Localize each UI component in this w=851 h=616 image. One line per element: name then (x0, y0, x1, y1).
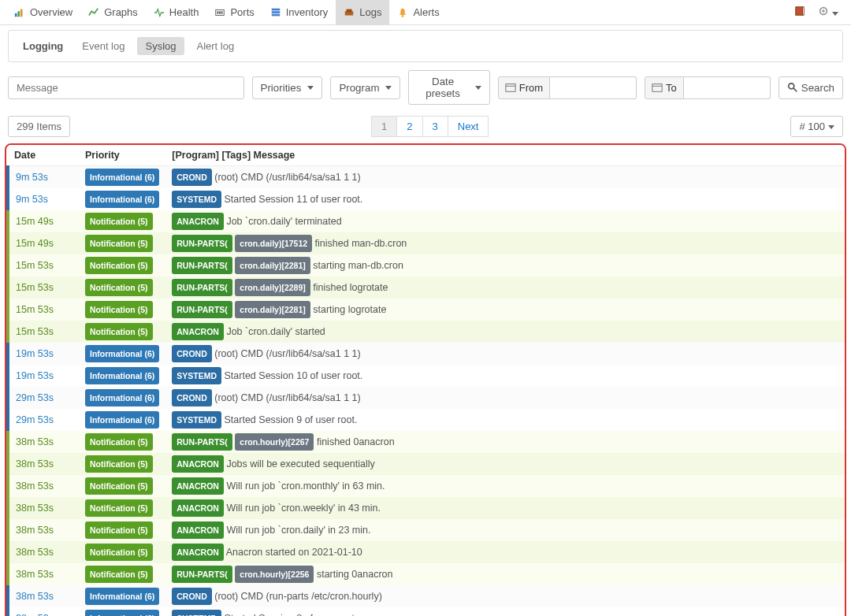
tab-syslog[interactable]: Syslog (137, 37, 184, 55)
nav-overview[interactable]: Overview (6, 0, 80, 25)
page-2[interactable]: 2 (396, 116, 422, 137)
sub-navigation: Logging Event logSyslogAlert log (8, 30, 843, 62)
log-row[interactable]: 9m 53sInformational (6)CROND (root) CMD … (8, 166, 845, 189)
priority-badge: Notification (5) (85, 499, 153, 517)
from-date-input[interactable] (550, 76, 637, 99)
page-3[interactable]: 3 (422, 116, 448, 137)
log-message: Started Session 9 of user root. (225, 414, 358, 425)
priority-badge: Notification (5) (85, 235, 153, 252)
log-date-link[interactable]: 38m 53s (16, 503, 54, 514)
page-1[interactable]: 1 (371, 116, 397, 137)
log-date-link[interactable]: 38m 53s (16, 525, 54, 536)
nav-graphs[interactable]: Graphs (80, 0, 146, 25)
log-row[interactable]: 15m 53sNotification (5)ANACRON Job `cron… (8, 321, 845, 343)
svg-rect-5 (220, 11, 221, 14)
log-date-link[interactable]: 38m 53s (16, 591, 54, 602)
log-date-link[interactable]: 38m 53s (16, 613, 54, 616)
log-row[interactable]: 38m 53sNotification (5)RUN-PARTS( cron.h… (8, 563, 845, 585)
nav-logs[interactable]: Logs (336, 0, 389, 25)
svg-rect-7 (272, 8, 281, 10)
nav-health[interactable]: Health (146, 0, 207, 25)
priority-badge: Informational (6) (85, 588, 159, 605)
log-table-highlight: Date Priority [Program] [Tags] Message 9… (5, 143, 846, 616)
log-date-link[interactable]: 38m 53s (16, 569, 54, 580)
log-row[interactable]: 38m 53sNotification (5)ANACRON Will run … (8, 519, 845, 541)
program-badge: CROND (172, 588, 212, 605)
log-row[interactable]: 15m 53sNotification (5)RUN-PARTS( cron.d… (8, 299, 845, 321)
log-date-link[interactable]: 9m 53s (16, 194, 48, 205)
program-badge: SYSTEMD (172, 610, 221, 616)
page-size-dropdown[interactable]: # 100 (790, 116, 843, 137)
log-date-link[interactable]: 15m 53s (16, 260, 54, 271)
to-date-input[interactable] (684, 76, 771, 99)
nav-inventory[interactable]: Inventory (262, 0, 336, 25)
log-date-link[interactable]: 15m 53s (16, 304, 54, 315)
log-row[interactable]: 15m 53sNotification (5)RUN-PARTS( cron.d… (8, 276, 845, 299)
log-table: Date Priority [Program] [Tags] Message 9… (6, 145, 845, 616)
log-date-link[interactable]: 29m 53s (16, 392, 54, 403)
priority-badge: Informational (6) (85, 345, 159, 362)
log-date-link[interactable]: 15m 49s (16, 238, 54, 249)
log-date-link[interactable]: 38m 53s (16, 547, 54, 558)
log-row[interactable]: 9m 53sInformational (6)SYSTEMD Started S… (8, 188, 845, 210)
log-date-link[interactable]: 19m 53s (16, 370, 54, 381)
program-badge: ANACRON (172, 323, 224, 340)
log-date-link[interactable]: 19m 53s (16, 348, 54, 359)
log-row[interactable]: 38m 53sNotification (5)ANACRON Anacron s… (8, 541, 845, 563)
date-presets-dropdown[interactable]: Date presets (408, 70, 489, 105)
log-date-link[interactable]: 9m 53s (16, 172, 48, 183)
log-row[interactable]: 38m 53sNotification (5)ANACRON Will run … (8, 475, 845, 497)
log-date-link[interactable]: 15m 49s (16, 216, 54, 227)
program-badge: RUN-PARTS( (172, 433, 232, 451)
program-badge: CROND (172, 169, 212, 186)
svg-rect-8 (272, 11, 281, 13)
priority-badge: Notification (5) (85, 301, 153, 318)
svg-point-12 (402, 15, 404, 17)
message-filter-input[interactable] (8, 76, 244, 99)
log-row[interactable]: 19m 53sInformational (6)SYSTEMD Started … (8, 365, 845, 387)
program-badge: ANACRON (172, 521, 224, 539)
priority-badge: Informational (6) (85, 389, 159, 406)
nav-alerts[interactable]: Alerts (389, 0, 447, 25)
log-row[interactable]: 29m 53sInformational (6)CROND (root) CMD… (8, 387, 845, 409)
log-row[interactable]: 38m 53sNotification (5)ANACRON Jobs will… (8, 453, 845, 475)
tab-event-log[interactable]: Event log (74, 37, 132, 55)
log-row[interactable]: 15m 49sNotification (5)RUN-PARTS( cron.d… (8, 232, 845, 254)
calendar-icon: From (498, 76, 550, 99)
log-date-link[interactable]: 38m 53s (16, 458, 54, 469)
col-priority[interactable]: Priority (79, 145, 165, 166)
log-row[interactable]: 38m 53sNotification (5)RUN-PARTS( cron.h… (8, 431, 845, 453)
nav-ports[interactable]: Ports (206, 0, 262, 25)
log-date-link[interactable]: 29m 53s (16, 414, 54, 425)
log-row[interactable]: 15m 49sNotification (5)ANACRON Job `cron… (8, 210, 845, 232)
log-row[interactable]: 38m 53sInformational (6)CROND (root) CMD… (8, 585, 845, 607)
program-badge: ANACRON (172, 213, 224, 230)
log-row[interactable]: 38m 53sNotification (5)ANACRON Will run … (8, 497, 845, 519)
log-message: starting logrotate (313, 304, 386, 315)
priorities-dropdown[interactable]: Priorities (252, 76, 323, 99)
log-row[interactable]: 15m 53sNotification (5)RUN-PARTS( cron.d… (8, 254, 845, 276)
log-date-link[interactable]: 38m 53s (16, 481, 54, 492)
program-badge: RUN-PARTS( (172, 566, 232, 583)
log-row[interactable]: 38m 53sInformational (6)SYSTEMD Started … (8, 607, 845, 616)
col-message[interactable]: [Program] [Tags] Message (165, 145, 845, 166)
log-row[interactable]: 19m 53sInformational (6)CROND (root) CMD… (8, 343, 845, 365)
program-badge: SYSTEMD (172, 411, 221, 429)
log-date-link[interactable]: 15m 53s (16, 326, 54, 337)
page-next[interactable]: Next (448, 116, 489, 137)
priority-badge: Notification (5) (85, 566, 153, 583)
col-date[interactable]: Date (8, 145, 79, 166)
log-message: finished 0anacron (317, 436, 395, 447)
notebook-icon[interactable] (788, 6, 812, 19)
log-date-link[interactable]: 15m 53s (16, 282, 54, 293)
settings-gear-icon[interactable] (812, 6, 845, 19)
search-button[interactable]: Search (779, 76, 843, 99)
svg-rect-14 (803, 7, 805, 16)
tab-alert-log[interactable]: Alert log (189, 37, 243, 55)
program-badge: RUN-PARTS( (172, 279, 232, 296)
svg-line-22 (793, 88, 797, 91)
log-row[interactable]: 29m 53sInformational (6)SYSTEMD Started … (8, 409, 845, 431)
log-message: finished logrotate (313, 282, 388, 293)
log-date-link[interactable]: 38m 53s (16, 436, 54, 447)
program-dropdown[interactable]: Program (330, 76, 400, 99)
